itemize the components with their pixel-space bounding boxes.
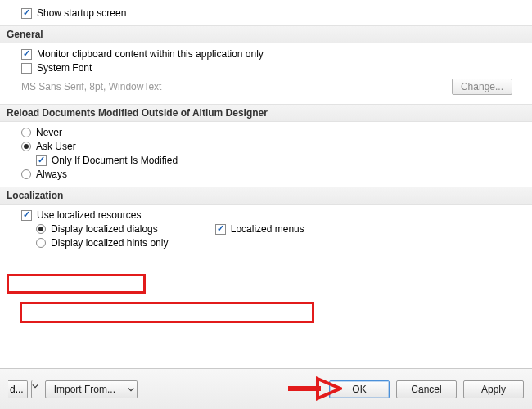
chevron-down-icon <box>32 383 38 389</box>
font-sample-row: MS Sans Serif, 8pt, WindowText Change... <box>8 76 524 97</box>
use-localized-checkbox[interactable] <box>21 210 32 221</box>
monitor-clipboard-label: Monitor clipboard content within this ap… <box>37 48 264 60</box>
import-from-split-button[interactable]: Import From... <box>45 380 138 398</box>
reload-always-radio[interactable] <box>21 169 31 179</box>
reload-ask-row[interactable]: Ask User <box>8 141 524 152</box>
show-startup-row[interactable]: Show startup screen <box>8 7 524 19</box>
import-from-caret[interactable] <box>124 380 138 398</box>
dialog-footer: d... Import From... OK Cancel Apply <box>0 368 532 409</box>
truncated-caret[interactable] <box>31 380 38 398</box>
system-font-row[interactable]: System Font <box>8 62 524 74</box>
monitor-clipboard-checkbox[interactable] <box>21 49 32 60</box>
reload-ask-label: Ask User <box>36 141 76 152</box>
display-dialogs-label: Display localized dialogs <box>51 223 158 235</box>
reload-ask-radio[interactable] <box>21 142 31 151</box>
localized-sub-row: Display localized dialogs Localized menu… <box>8 223 524 235</box>
display-hints-label: Display localized hints only <box>51 237 168 249</box>
only-if-checkbox[interactable] <box>36 155 47 166</box>
system-font-label: System Font <box>37 62 92 74</box>
ok-button[interactable]: OK <box>329 380 390 398</box>
section-general: General <box>0 25 532 43</box>
use-localized-label: Use localized resources <box>37 209 141 221</box>
localized-menus-label: Localized menus <box>231 223 304 235</box>
section-localization: Localization <box>0 187 532 204</box>
use-localized-row[interactable]: Use localized resources <box>8 209 524 221</box>
truncated-button-stub[interactable]: d... <box>8 380 28 398</box>
section-reload: Reload Documents Modified Outside of Alt… <box>0 104 532 122</box>
reload-always-label: Always <box>36 169 67 180</box>
import-from-button[interactable]: Import From... <box>45 380 124 398</box>
system-font-checkbox[interactable] <box>21 63 32 74</box>
options-scroll-area: Show startup screen General Monitor clip… <box>0 0 532 368</box>
only-if-row[interactable]: Only If Document Is Modified <box>8 155 524 166</box>
chevron-down-icon <box>128 386 134 393</box>
show-startup-label: Show startup screen <box>37 7 126 19</box>
change-font-button[interactable]: Change... <box>452 79 512 95</box>
reload-never-radio[interactable] <box>21 128 31 137</box>
only-if-label: Only If Document Is Modified <box>52 155 178 166</box>
reload-never-row[interactable]: Never <box>8 127 524 138</box>
monitor-clipboard-row[interactable]: Monitor clipboard content within this ap… <box>8 48 524 60</box>
show-startup-checkbox[interactable] <box>21 8 32 19</box>
apply-button[interactable]: Apply <box>463 380 524 398</box>
display-hints-row[interactable]: Display localized hints only <box>8 237 524 249</box>
display-dialogs-radio[interactable] <box>36 224 46 234</box>
reload-always-row[interactable]: Always <box>8 169 524 180</box>
localized-menus-checkbox[interactable] <box>215 224 226 235</box>
reload-never-label: Never <box>36 127 62 138</box>
truncated-split-button[interactable]: d... <box>8 380 38 398</box>
display-hints-radio[interactable] <box>36 238 46 248</box>
font-sample-text: MS Sans Serif, 8pt, WindowText <box>21 81 161 92</box>
cancel-button[interactable]: Cancel <box>396 380 457 398</box>
